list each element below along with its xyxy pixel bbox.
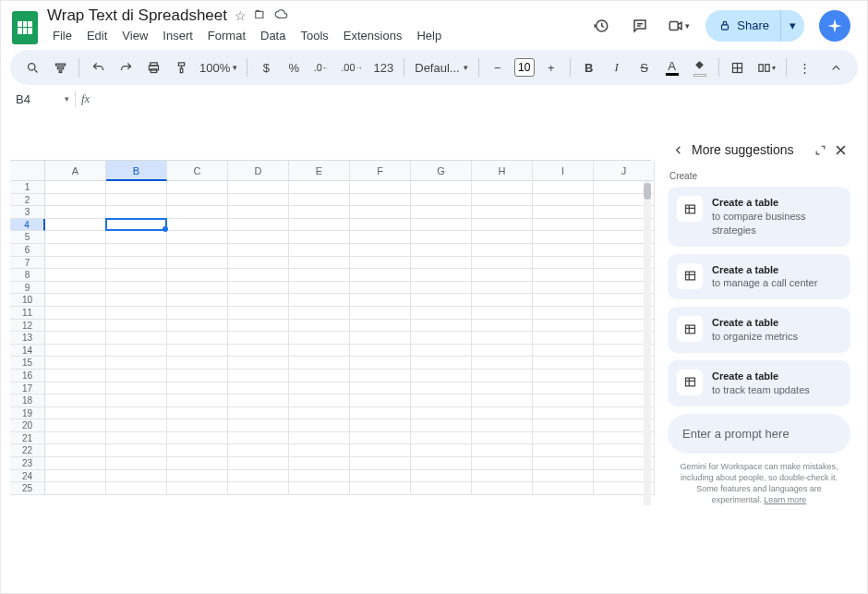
cell[interactable] bbox=[350, 244, 411, 257]
fill-color-icon[interactable] bbox=[689, 55, 711, 79]
cell[interactable] bbox=[533, 244, 594, 257]
cell[interactable] bbox=[289, 482, 350, 495]
cell[interactable] bbox=[289, 407, 350, 420]
cell[interactable] bbox=[533, 294, 594, 307]
cell[interactable] bbox=[106, 269, 167, 282]
cell[interactable] bbox=[228, 320, 289, 333]
cell[interactable] bbox=[106, 307, 167, 320]
cell[interactable] bbox=[533, 394, 594, 407]
cell[interactable] bbox=[350, 257, 411, 270]
cell[interactable] bbox=[45, 382, 106, 395]
cell[interactable] bbox=[167, 419, 228, 432]
cell[interactable] bbox=[411, 394, 472, 407]
cell[interactable] bbox=[472, 345, 533, 358]
cell[interactable] bbox=[106, 282, 167, 295]
cell[interactable] bbox=[45, 394, 106, 407]
cell[interactable] bbox=[533, 482, 594, 495]
cell[interactable] bbox=[533, 219, 594, 232]
cell[interactable] bbox=[411, 357, 472, 370]
cell[interactable] bbox=[472, 206, 533, 219]
cell[interactable] bbox=[228, 357, 289, 370]
cell[interactable] bbox=[167, 231, 228, 244]
row-header[interactable]: 14 bbox=[10, 345, 45, 358]
print-icon[interactable] bbox=[142, 55, 164, 79]
cell[interactable] bbox=[167, 282, 228, 295]
cell[interactable] bbox=[106, 320, 167, 333]
cell[interactable] bbox=[289, 382, 350, 395]
cell[interactable] bbox=[533, 231, 594, 244]
suggestion-card[interactable]: Create a tableto track team updates bbox=[668, 360, 850, 406]
column-header[interactable]: H bbox=[472, 161, 533, 181]
cell[interactable] bbox=[472, 194, 533, 207]
cell[interactable] bbox=[228, 370, 289, 382]
cell[interactable] bbox=[106, 357, 167, 370]
cell[interactable] bbox=[106, 181, 167, 194]
cell[interactable] bbox=[350, 419, 411, 432]
cell[interactable] bbox=[45, 282, 106, 295]
cell[interactable] bbox=[411, 444, 472, 457]
cell[interactable] bbox=[167, 206, 228, 219]
cell[interactable] bbox=[533, 194, 594, 207]
cell[interactable] bbox=[228, 419, 289, 432]
borders-icon[interactable] bbox=[727, 55, 749, 79]
cell[interactable] bbox=[533, 382, 594, 395]
move-icon[interactable] bbox=[254, 8, 267, 24]
cell[interactable] bbox=[106, 244, 167, 257]
cell[interactable] bbox=[350, 482, 411, 495]
share-dropdown[interactable]: ▾ bbox=[780, 10, 804, 42]
cell[interactable] bbox=[350, 345, 411, 358]
cell[interactable] bbox=[350, 470, 411, 483]
italic-icon[interactable]: I bbox=[606, 55, 628, 79]
suggestion-card[interactable]: Create a tableto organize metrics bbox=[668, 307, 850, 353]
share-button[interactable]: Share ▾ bbox=[705, 10, 804, 42]
cell[interactable] bbox=[167, 382, 228, 395]
cell[interactable] bbox=[472, 382, 533, 395]
column-header[interactable]: G bbox=[411, 161, 472, 181]
cell[interactable] bbox=[411, 307, 472, 320]
cell[interactable] bbox=[350, 444, 411, 457]
cell[interactable] bbox=[106, 345, 167, 358]
cell[interactable] bbox=[289, 219, 350, 232]
cell[interactable] bbox=[472, 219, 533, 232]
cell[interactable] bbox=[472, 307, 533, 320]
row-header[interactable]: 17 bbox=[10, 382, 45, 395]
cell[interactable] bbox=[411, 219, 472, 232]
cell[interactable] bbox=[45, 194, 106, 207]
cell[interactable] bbox=[228, 206, 289, 219]
cell[interactable] bbox=[289, 294, 350, 307]
cell[interactable] bbox=[106, 407, 167, 420]
cell[interactable] bbox=[45, 470, 106, 483]
cell[interactable] bbox=[472, 320, 533, 333]
cell[interactable] bbox=[350, 320, 411, 333]
cell[interactable] bbox=[350, 382, 411, 395]
cell[interactable] bbox=[472, 269, 533, 282]
cell[interactable] bbox=[106, 444, 167, 457]
cell[interactable] bbox=[167, 194, 228, 207]
row-header[interactable]: 16 bbox=[10, 370, 45, 382]
history-icon[interactable] bbox=[589, 14, 613, 38]
currency-icon[interactable]: $ bbox=[255, 55, 277, 79]
suggestion-card[interactable]: Create a tableto compare business strate… bbox=[668, 187, 850, 247]
cell[interactable] bbox=[411, 231, 472, 244]
cell[interactable] bbox=[106, 294, 167, 307]
cell[interactable] bbox=[106, 419, 167, 432]
comments-icon[interactable] bbox=[628, 14, 652, 38]
cell[interactable] bbox=[289, 282, 350, 295]
decrease-font-icon[interactable]: − bbox=[487, 55, 509, 79]
menu-extensions[interactable]: Extensions bbox=[338, 27, 408, 44]
cell[interactable] bbox=[106, 432, 167, 445]
cell[interactable] bbox=[533, 320, 594, 333]
meet-icon[interactable]: ▾ bbox=[667, 14, 691, 38]
cell[interactable] bbox=[289, 432, 350, 445]
cell[interactable] bbox=[228, 457, 289, 470]
row-header[interactable]: 18 bbox=[10, 394, 45, 407]
row-header[interactable]: 24 bbox=[10, 470, 45, 483]
cell[interactable] bbox=[45, 294, 106, 307]
cell[interactable] bbox=[45, 219, 106, 232]
cell[interactable] bbox=[228, 394, 289, 407]
cell[interactable] bbox=[167, 432, 228, 445]
cell[interactable] bbox=[289, 345, 350, 358]
cell[interactable] bbox=[472, 444, 533, 457]
star-icon[interactable]: ☆ bbox=[235, 8, 247, 23]
increase-decimal-icon[interactable]: .00→ bbox=[338, 55, 365, 79]
